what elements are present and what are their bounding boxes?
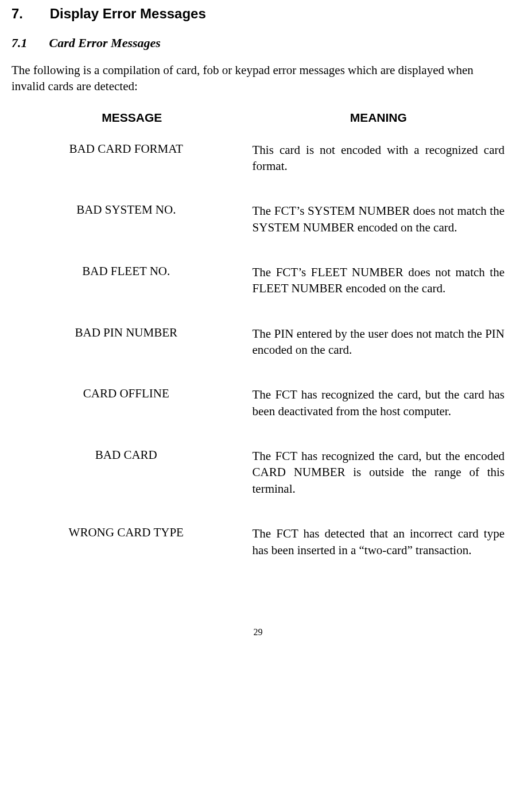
header-meaning: MEANING xyxy=(253,111,505,125)
header-message: MESSAGE xyxy=(11,111,253,125)
message-cell: BAD CARD xyxy=(11,448,253,497)
meaning-cell: The FCT has recognized the card, but the… xyxy=(253,386,505,419)
intro-text: The following is a compilation of card, … xyxy=(11,62,505,95)
table-row: BAD CARD FORMAT This card is not encoded… xyxy=(11,142,505,175)
meaning-cell: The PIN entered by the user does not mat… xyxy=(253,326,505,358)
table-row: WRONG CARD TYPE The FCT has detected tha… xyxy=(11,525,505,558)
section-number: 7. xyxy=(11,6,46,22)
page-number: 29 xyxy=(11,627,505,637)
subsection-title: Card Error Messages xyxy=(49,36,161,50)
section-heading: 7. Display Error Messages xyxy=(11,6,505,22)
table-row: BAD SYSTEM NO. The FCT’s SYSTEM NUMBER d… xyxy=(11,203,505,235)
message-cell: BAD PIN NUMBER xyxy=(11,326,253,358)
message-cell: BAD FLEET NO. xyxy=(11,264,253,297)
error-table: MESSAGE MEANING BAD CARD FORMAT This car… xyxy=(11,111,505,558)
message-cell: CARD OFFLINE xyxy=(11,386,253,419)
table-row: BAD FLEET NO. The FCT’s FLEET NUMBER doe… xyxy=(11,264,505,297)
meaning-cell: The FCT has recognized the card, but the… xyxy=(253,448,505,497)
meaning-cell: The FCT has detected that an incorrect c… xyxy=(253,525,505,558)
message-cell: BAD CARD FORMAT xyxy=(11,142,253,175)
subsection-number: 7.1 xyxy=(11,36,46,51)
meaning-cell: The FCT’s SYSTEM NUMBER does not match t… xyxy=(253,203,505,235)
message-cell: BAD SYSTEM NO. xyxy=(11,203,253,235)
subsection-heading: 7.1 Card Error Messages xyxy=(11,36,505,51)
table-row: BAD PIN NUMBER The PIN entered by the us… xyxy=(11,326,505,358)
meaning-cell: This card is not encoded with a recogniz… xyxy=(253,142,505,175)
table-row: CARD OFFLINE The FCT has recognized the … xyxy=(11,386,505,419)
message-cell: WRONG CARD TYPE xyxy=(11,525,253,558)
section-title: Display Error Messages xyxy=(50,6,206,21)
meaning-cell: The FCT’s FLEET NUMBER does not match th… xyxy=(253,264,505,297)
table-row: BAD CARD The FCT has recognized the card… xyxy=(11,448,505,497)
table-header: MESSAGE MEANING xyxy=(11,111,505,125)
